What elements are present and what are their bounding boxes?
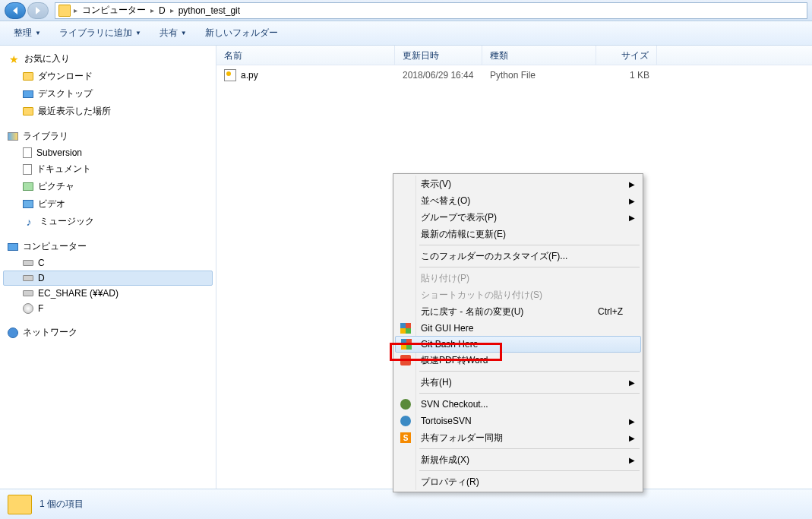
sidebar-item-drive-f[interactable]: F: [3, 301, 213, 316]
sidebar-item-videos[interactable]: ビデオ: [3, 195, 213, 213]
file-row[interactable]: a.py 2018/06/29 16:44 Python File 1 KB: [216, 65, 812, 82]
sidebar-item-drive-d[interactable]: D: [3, 271, 213, 286]
disc-icon: [23, 303, 33, 314]
sidebar-item-music[interactable]: ♪ミュージック: [3, 213, 213, 230]
label: 共有フォルダー同期: [421, 432, 623, 445]
python-file-icon: [224, 69, 236, 81]
label: SVN Checkout...: [421, 399, 623, 410]
git-icon: [400, 322, 412, 334]
sidebar-item-downloads[interactable]: ダウンロード: [3, 68, 213, 85]
sidebar-item-drive-c[interactable]: C: [3, 255, 213, 271]
video-icon: [23, 200, 33, 208]
cm-share[interactable]: 共有(H)▶: [395, 374, 641, 391]
label: ビデオ: [38, 198, 65, 210]
cm-properties[interactable]: プロパティ(R): [395, 473, 641, 490]
nav-forward-button[interactable]: [27, 2, 49, 19]
chevron-right-icon: ▸: [170, 6, 174, 14]
organize-menu[interactable]: 整理▼: [6, 24, 49, 43]
cm-paste-shortcut: ショートカットの貼り付け(S): [395, 286, 641, 303]
label: ライブラリ: [23, 130, 68, 143]
column-size[interactable]: サイズ: [596, 46, 657, 65]
sidebar-computer-header[interactable]: コンピューター: [3, 238, 213, 255]
sidebar-network-header[interactable]: ネットワーク: [3, 324, 213, 341]
drive-icon: [23, 275, 33, 281]
label: Subversion: [36, 147, 82, 158]
new-folder-button[interactable]: 新しいフォルダー: [197, 24, 286, 43]
cm-refresh[interactable]: 最新の情報に更新(E): [395, 226, 641, 242]
column-name[interactable]: 名前: [216, 46, 395, 65]
cm-pdf[interactable]: 极速PDF转Word: [395, 352, 641, 369]
star-icon: ★: [8, 53, 20, 65]
cm-sync[interactable]: S共有フォルダー同期▶: [395, 429, 641, 446]
cm-git-gui[interactable]: Git GUI Here: [395, 320, 641, 337]
label: 共有(H): [421, 376, 623, 389]
chevron-down-icon: ▼: [35, 30, 41, 36]
titlebar: ▸ コンピューター ▸ D ▸ python_test_git: [0, 0, 812, 21]
context-menu: 表示(V)▶ 並べ替え(O)▶ グループで表示(P)▶ 最新の情報に更新(E) …: [393, 173, 643, 492]
label: ミュージック: [39, 215, 94, 228]
label: 並べ替え(O): [421, 195, 623, 207]
label: 新しいフォルダー: [205, 27, 278, 40]
cm-tortoise[interactable]: TortoiseSVN▶: [395, 413, 641, 429]
file-type: Python File: [482, 70, 596, 81]
git-icon: [400, 338, 412, 350]
breadcrumb-item[interactable]: コンピューター: [81, 4, 147, 17]
label: 最近表示した場所: [38, 105, 111, 118]
file-size: 1 KB: [596, 70, 657, 81]
sync-icon: S: [400, 432, 412, 444]
sidebar-item-drive-ec[interactable]: EC_SHARE (¥¥AD): [3, 286, 213, 301]
cm-group[interactable]: グループで表示(P)▶: [395, 209, 641, 226]
breadcrumb[interactable]: ▸ コンピューター ▸ D ▸ python_test_git: [55, 2, 807, 19]
cm-new[interactable]: 新規作成(X)▶: [395, 451, 641, 468]
label: 最新の情報に更新(E): [421, 228, 623, 241]
label: D: [38, 273, 45, 283]
column-date[interactable]: 更新日時: [395, 46, 482, 65]
cm-git-bash[interactable]: Git Bash Here: [395, 336, 641, 353]
submenu-arrow-icon: ▶: [629, 180, 635, 188]
pdf-icon: [400, 354, 412, 366]
sidebar-libraries-header[interactable]: ライブラリ: [3, 128, 213, 145]
breadcrumb-item[interactable]: D: [157, 5, 167, 16]
image-icon: [23, 182, 33, 191]
toolbar: 整理▼ ライブラリに追加▼ 共有▼ 新しいフォルダー: [0, 21, 812, 46]
chevron-right-icon: ▸: [74, 6, 77, 14]
breadcrumb-item[interactable]: python_test_git: [177, 5, 242, 16]
label: 极速PDF转Word: [421, 354, 623, 367]
sidebar-favorites-header[interactable]: ★お気に入り: [3, 50, 213, 68]
file-date: 2018/06/29 16:44: [395, 70, 482, 81]
music-icon: ♪: [23, 216, 35, 228]
submenu-arrow-icon: ▶: [629, 378, 635, 387]
sidebar-item-recent[interactable]: 最近表示した場所: [3, 103, 213, 120]
label: デスクトップ: [38, 87, 93, 100]
share-menu[interactable]: 共有▼: [152, 24, 194, 43]
label: Git Bash Here: [421, 339, 623, 350]
cm-view[interactable]: 表示(V)▶: [395, 176, 641, 192]
submenu-arrow-icon: ▶: [629, 434, 635, 442]
label: ピクチャ: [38, 180, 74, 193]
folder-icon: [8, 495, 32, 514]
submenu-arrow-icon: ▶: [629, 197, 635, 205]
sidebar-item-pictures[interactable]: ピクチャ: [3, 178, 213, 195]
cm-paste: 貼り付け(P): [395, 270, 641, 286]
svn-icon: [400, 398, 412, 410]
label: プロパティ(R): [421, 476, 623, 489]
sidebar-item-documents[interactable]: ドキュメント: [3, 160, 213, 178]
label: 整理: [14, 27, 32, 40]
add-library-menu[interactable]: ライブラリに追加▼: [52, 24, 149, 43]
sidebar-item-subversion[interactable]: Subversion: [3, 145, 213, 160]
cm-svn-checkout[interactable]: SVN Checkout...: [395, 396, 641, 413]
cm-undo[interactable]: 元に戻す - 名前の変更(U)Ctrl+Z: [395, 303, 641, 320]
sidebar-item-desktop[interactable]: デスクトップ: [3, 85, 213, 103]
label: グループで表示(P): [421, 211, 623, 224]
label: Git GUI Here: [421, 323, 623, 334]
label: 元に戻す - 名前の変更(U): [421, 305, 623, 318]
column-type[interactable]: 種類: [482, 46, 596, 65]
cm-customize[interactable]: このフォルダーのカスタマイズ(F)...: [395, 248, 641, 264]
label: このフォルダーのカスタマイズ(F)...: [421, 250, 623, 263]
statusbar: 1 個の項目: [0, 489, 812, 519]
arrow-left-icon: [13, 7, 17, 14]
drive-icon: [23, 260, 33, 266]
cm-sort[interactable]: 並べ替え(O)▶: [395, 192, 641, 209]
nav-back-button[interactable]: [5, 2, 26, 19]
label: 表示(V): [421, 178, 623, 191]
